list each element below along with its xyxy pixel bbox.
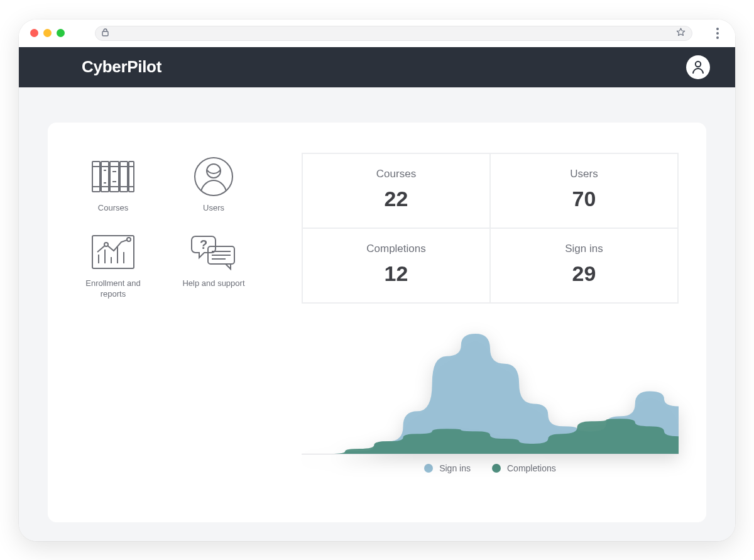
help-chat-icon: ? xyxy=(189,232,238,272)
stat-label: Sign ins xyxy=(497,243,671,255)
svg-rect-0 xyxy=(102,31,108,36)
stat-signins[interactable]: Sign ins 29 xyxy=(490,228,678,303)
nav-label: Help and support xyxy=(182,278,244,289)
stats-grid: Courses 22 Users 70 Completions 12 Sign … xyxy=(302,153,679,304)
close-window-button[interactable] xyxy=(30,29,38,37)
legend-dot-icon xyxy=(424,464,433,473)
app-header: CyberPilot xyxy=(19,47,735,87)
stat-label: Users xyxy=(497,168,671,180)
nav-label: Users xyxy=(203,203,224,214)
stat-value: 22 xyxy=(309,187,483,211)
svg-point-22 xyxy=(127,238,131,241)
legend-dot-icon xyxy=(492,464,501,473)
page-body: Courses Users xyxy=(19,87,735,541)
bookmark-star-icon[interactable] xyxy=(676,28,686,38)
books-icon xyxy=(89,156,138,197)
stat-label: Completions xyxy=(309,243,483,255)
area-chart xyxy=(302,329,679,454)
user-circle-icon xyxy=(189,156,238,197)
nav-label: Courses xyxy=(98,203,128,214)
stat-label: Courses xyxy=(309,168,483,180)
reports-chart-icon xyxy=(89,232,138,272)
nav-item-enrollment-reports[interactable]: Enrollment and reports xyxy=(75,232,151,300)
svg-point-14 xyxy=(207,164,221,178)
browser-menu-button[interactable] xyxy=(716,26,719,41)
svg-text:?: ? xyxy=(200,238,207,251)
device-frame: CyberPilot xyxy=(19,19,735,541)
brand-logo: CyberPilot xyxy=(82,57,161,77)
chart-legend: Sign ins Completions xyxy=(302,454,679,473)
legend-item-signins: Sign ins xyxy=(424,463,471,473)
nav-item-help-support[interactable]: ? Help and support xyxy=(176,232,251,300)
nav-grid: Courses Users xyxy=(75,153,276,503)
chart-area: Sign ins Completions xyxy=(302,329,679,473)
lock-icon xyxy=(102,28,109,38)
legend-item-completions: Completions xyxy=(492,463,556,473)
window-controls xyxy=(30,29,65,37)
minimize-window-button[interactable] xyxy=(43,29,52,37)
stat-courses[interactable]: Courses 22 xyxy=(302,153,490,228)
legend-label: Sign ins xyxy=(439,463,471,473)
stat-users[interactable]: Users 70 xyxy=(490,153,678,228)
nav-label: Enrollment and reports xyxy=(79,278,148,300)
stat-value: 12 xyxy=(309,261,483,286)
stat-value: 29 xyxy=(497,261,671,286)
profile-button[interactable] xyxy=(686,55,710,79)
browser-chrome xyxy=(19,19,735,47)
legend-label: Completions xyxy=(507,463,556,473)
svg-point-21 xyxy=(104,243,108,246)
stat-value: 70 xyxy=(497,187,671,211)
right-column: Courses 22 Users 70 Completions 12 Sign … xyxy=(302,153,679,503)
stat-completions[interactable]: Completions 12 xyxy=(302,228,490,303)
url-bar[interactable] xyxy=(95,26,692,41)
user-icon xyxy=(692,60,704,74)
maximize-window-button[interactable] xyxy=(57,29,65,37)
nav-item-users[interactable]: Users xyxy=(176,156,251,214)
nav-item-courses[interactable]: Courses xyxy=(75,156,151,214)
dashboard-card: Courses Users xyxy=(48,123,706,522)
svg-point-1 xyxy=(696,61,701,66)
